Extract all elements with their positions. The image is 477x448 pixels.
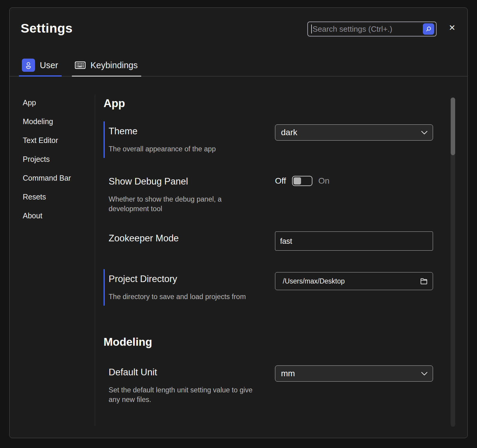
search-input[interactable] <box>312 25 423 34</box>
setting-show-debug-panel: Show Debug Panel Whether to show the deb… <box>104 175 433 214</box>
page-title: Settings <box>21 21 73 36</box>
sidebar-item-text-editor[interactable]: Text Editor <box>23 136 95 145</box>
modal-header: Settings ✕ <box>10 8 467 36</box>
setting-theme-name: Theme <box>109 126 275 137</box>
scrollbar-track[interactable] <box>451 97 455 427</box>
tab-user[interactable]: User <box>19 59 62 76</box>
chevron-down-icon <box>421 372 428 376</box>
sidebar-item-command-bar[interactable]: Command Bar <box>23 173 95 183</box>
setting-project-directory-control: /Users/max/Desktop <box>275 272 433 290</box>
toggle-on-label: On <box>318 176 329 186</box>
sidebar-item-app[interactable]: App <box>23 98 95 107</box>
setting-project-directory-description: The directory to save and load projects … <box>109 292 260 301</box>
user-icon <box>22 59 35 72</box>
debug-panel-toggle-row: Off On <box>275 175 433 186</box>
sidebar-item-resets[interactable]: Resets <box>23 192 95 202</box>
setting-theme-control: dark <box>275 124 433 141</box>
folder-icon <box>420 278 428 285</box>
default-unit-select[interactable]: mm <box>275 365 433 382</box>
toggle-off-label: Off <box>275 176 286 186</box>
keyboard-icon <box>75 61 86 70</box>
theme-select-value: dark <box>281 128 297 137</box>
project-directory-input[interactable]: /Users/max/Desktop <box>275 272 433 290</box>
search-icon <box>425 26 432 32</box>
setting-project-directory: Project Directory The directory to save … <box>104 269 433 306</box>
zookeeper-mode-input[interactable] <box>275 231 433 251</box>
setting-project-directory-info: Project Directory The directory to save … <box>109 272 275 301</box>
setting-theme-info: Theme The overall appearance of the app <box>109 124 275 154</box>
theme-select[interactable]: dark <box>275 124 433 141</box>
tab-keybindings-label: Keybindings <box>90 60 138 70</box>
setting-default-unit-control: mm <box>275 365 433 382</box>
sidebar-item-about[interactable]: About <box>23 211 95 220</box>
browse-folder-button[interactable] <box>420 278 428 285</box>
close-icon: ✕ <box>449 23 455 32</box>
setting-show-debug-panel-name: Show Debug Panel <box>109 176 275 187</box>
search-button[interactable] <box>423 23 434 35</box>
close-button[interactable]: ✕ <box>449 24 455 32</box>
setting-theme: Theme The overall appearance of the app … <box>104 121 433 158</box>
setting-project-directory-name: Project Directory <box>109 273 275 285</box>
tab-bar: User <box>10 59 467 77</box>
sidebar-item-projects[interactable]: Projects <box>23 155 95 164</box>
settings-main-panel: App Theme The overall appearance of the … <box>95 77 467 438</box>
sidebar-item-modeling[interactable]: Modeling <box>23 117 95 126</box>
setting-default-unit-name: Default Unit <box>109 367 275 378</box>
debug-panel-toggle[interactable] <box>292 176 312 186</box>
tab-user-label: User <box>40 60 58 70</box>
chevron-down-icon <box>421 131 428 135</box>
setting-theme-description: The overall appearance of the app <box>109 144 260 154</box>
setting-show-debug-panel-control: Off On <box>275 175 433 186</box>
toggle-knob <box>294 177 301 185</box>
scrollbar-thumb[interactable] <box>451 97 455 155</box>
tab-keybindings[interactable]: Keybindings <box>72 59 141 76</box>
project-directory-value: /Users/max/Desktop <box>283 277 345 285</box>
setting-zookeeper-mode-name: Zookeeper Mode <box>109 233 275 244</box>
settings-modal: Settings ✕ <box>9 7 468 438</box>
content-area: App Modeling Text Editor Projects Comman… <box>10 77 467 438</box>
setting-default-unit-info: Default Unit Set the default length unit… <box>109 365 275 404</box>
setting-show-debug-panel-description: Whether to show the debug panel, a devel… <box>109 194 260 214</box>
setting-show-debug-panel-info: Show Debug Panel Whether to show the deb… <box>109 175 275 214</box>
settings-sidebar: App Modeling Text Editor Projects Comman… <box>10 95 95 426</box>
section-modeling-heading: Modeling <box>104 336 433 349</box>
section-modeling: Modeling Default Unit Set the default le… <box>104 336 433 404</box>
setting-zookeeper-mode-control <box>275 231 433 251</box>
search-box[interactable] <box>307 22 437 36</box>
header-actions: ✕ <box>307 22 455 36</box>
setting-default-unit-description: Set the default length unit setting valu… <box>109 385 260 404</box>
section-app-heading: App <box>104 97 433 110</box>
setting-default-unit: Default Unit Set the default length unit… <box>104 365 433 404</box>
setting-zookeeper-mode-info: Zookeeper Mode <box>109 231 275 251</box>
default-unit-select-value: mm <box>281 369 295 378</box>
section-app: App Theme The overall appearance of the … <box>104 97 433 306</box>
setting-zookeeper-mode: Zookeeper Mode <box>104 231 433 251</box>
